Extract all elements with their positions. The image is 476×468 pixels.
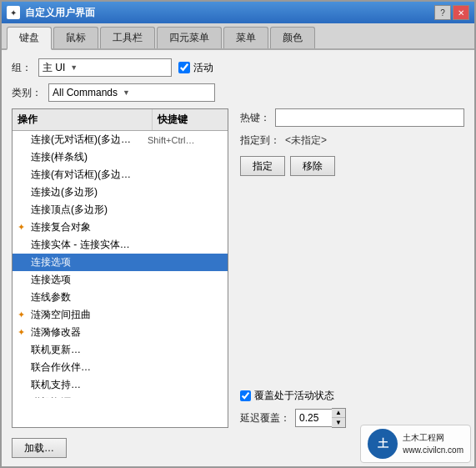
- spinner-up[interactable]: ▲: [332, 409, 345, 418]
- tab-color[interactable]: 颜色: [270, 27, 315, 48]
- list-item[interactable]: 连接选项: [13, 254, 228, 271]
- load-button[interactable]: 加载…: [12, 438, 67, 458]
- tab-quadmenu[interactable]: 四元菜单: [157, 27, 222, 48]
- assign-button[interactable]: 指定: [240, 156, 285, 176]
- item-action: 涟漪修改器: [31, 325, 148, 340]
- category-row: 类别： All Commands ▼: [12, 83, 464, 102]
- list-item[interactable]: 连线参数: [13, 289, 228, 306]
- right-panel: 热键： 指定到： <未指定> 指定 移除: [237, 108, 464, 428]
- watermark: 土 土木工程网 www.civilcn.com: [360, 425, 471, 463]
- item-action: 连接选项: [31, 255, 148, 269]
- watermark-logo: 土: [368, 429, 398, 459]
- item-action: 连接边(多边形): [31, 185, 148, 199]
- list-item[interactable]: 连接(样条线): [13, 148, 228, 166]
- main-window: ✦ 自定义用户界面 ? ✕ 键盘 鼠标 工具栏 四元菜单 菜单 颜色 组： 主 …: [0, 0, 476, 468]
- list-item[interactable]: 连接(有对话框)(多边…: [13, 166, 228, 184]
- item-action: 连接(有对话框)(多边…: [31, 168, 148, 182]
- group-select[interactable]: 主 UI ▼: [38, 58, 172, 77]
- tab-keyboard[interactable]: 键盘: [7, 27, 52, 50]
- category-dropdown-arrow: ▼: [123, 88, 130, 97]
- window-title: 自定义用户界面: [25, 6, 95, 20]
- list-item[interactable]: 联机更新…: [13, 341, 228, 359]
- hotkey-input[interactable]: [275, 108, 464, 127]
- list-item[interactable]: 联合作伙伴…: [13, 359, 228, 376]
- active-checkbox-label[interactable]: 活动: [178, 61, 213, 75]
- category-label: 类别：: [12, 86, 42, 100]
- remove-button[interactable]: 移除: [290, 156, 335, 176]
- item-bullet-icon: ✦: [18, 309, 29, 320]
- list-item[interactable]: ✦连接复合对象: [13, 219, 228, 236]
- group-row: 组： 主 UI ▼ 活动: [12, 58, 464, 77]
- active-checkbox[interactable]: [178, 62, 190, 73]
- item-action: 联机支持…: [31, 378, 148, 392]
- active-label: 活动: [193, 61, 213, 75]
- item-action: 联合作伙伴…: [31, 360, 148, 375]
- category-value: All Commands: [53, 87, 118, 98]
- list-body[interactable]: 连接(无对话框)(多边…Shift+Ctrl…连接(样条线)连接(有对话框)(多…: [13, 131, 228, 398]
- col-shortcut-header: 快捷键: [153, 109, 228, 130]
- watermark-line1: 土木工程网: [403, 431, 463, 444]
- group-dropdown-arrow: ▼: [70, 63, 78, 72]
- coverage-label: 覆盖处于活动状态: [254, 389, 334, 403]
- item-action: 连接选项: [31, 273, 148, 287]
- list-header: 操作 快捷键: [13, 109, 228, 131]
- item-action: 连线参数: [31, 290, 148, 304]
- list-item[interactable]: 连接选项: [13, 271, 228, 289]
- main-section: 操作 快捷键 连接(无对话框)(多边…Shift+Ctrl…连接(样条线)连接(…: [12, 108, 464, 428]
- item-shortcut: Shift+Ctrl…: [148, 135, 223, 145]
- close-button[interactable]: ✕: [453, 5, 469, 20]
- tab-mouse[interactable]: 鼠标: [53, 27, 98, 48]
- item-action: 连接(样条线): [31, 150, 148, 164]
- assign-to-value: <未指定>: [285, 133, 327, 148]
- list-item[interactable]: ✦涟漪修改器: [13, 324, 228, 341]
- group-label: 组：: [12, 61, 32, 75]
- right-bottom: 覆盖处于活动状态 延迟覆盖： ▲ ▼: [240, 389, 464, 428]
- hotkey-row: 热键：: [240, 108, 464, 127]
- tab-toolbar[interactable]: 工具栏: [100, 27, 155, 48]
- item-action: 连接顶点(多边形): [31, 203, 148, 217]
- list-item[interactable]: 连接边(多边形): [13, 184, 228, 201]
- list-item[interactable]: 连接顶点(多边形): [13, 201, 228, 219]
- list-item[interactable]: 连接(无对话框)(多边…Shift+Ctrl…: [13, 131, 228, 148]
- item-bullet-icon: ✦: [18, 222, 29, 233]
- coverage-checkbox[interactable]: [240, 390, 251, 401]
- list-item[interactable]: 连接实体 - 连接实体…: [13, 236, 228, 254]
- window-icon: ✦: [7, 6, 20, 19]
- delay-spinner[interactable]: ▲ ▼: [295, 408, 346, 428]
- watermark-text: 土木工程网 www.civilcn.com: [403, 431, 463, 456]
- content-area: 组： 主 UI ▼ 活动 类别： All Commands ▼ 操作: [2, 50, 474, 466]
- tab-bar: 键盘 鼠标 工具栏 四元菜单 菜单 颜色: [2, 23, 474, 50]
- command-list-panel: 操作 快捷键 连接(无对话框)(多边…Shift+Ctrl…连接(样条线)连接(…: [12, 108, 228, 428]
- list-item[interactable]: 联机资源…: [13, 394, 228, 398]
- col-action-header: 操作: [13, 109, 153, 130]
- item-action: 连接复合对象: [31, 220, 148, 234]
- item-action: 涟漪空间扭曲: [31, 308, 148, 322]
- assign-to-row: 指定到： <未指定>: [240, 133, 464, 148]
- list-item[interactable]: 联机支持…: [13, 376, 228, 394]
- item-action: 连接(无对话框)(多边…: [31, 133, 148, 147]
- tab-menu[interactable]: 菜单: [223, 27, 268, 48]
- item-action: 连接实体 - 连接实体…: [31, 238, 148, 252]
- group-value: 主 UI: [43, 61, 65, 75]
- item-action: 联机资源…: [31, 395, 148, 398]
- spinner-buttons: ▲ ▼: [332, 408, 346, 428]
- item-action: 联机更新…: [31, 343, 148, 357]
- list-item[interactable]: ✦涟漪空间扭曲: [13, 306, 228, 324]
- watermark-line2: www.civilcn.com: [403, 444, 463, 456]
- hotkey-label: 热键：: [240, 111, 270, 125]
- coverage-checkbox-label[interactable]: 覆盖处于活动状态: [240, 389, 464, 403]
- title-bar: ✦ 自定义用户界面 ? ✕: [2, 2, 474, 23]
- assign-remove-row: 指定 移除: [240, 156, 464, 176]
- item-bullet-icon: ✦: [18, 327, 29, 338]
- help-button[interactable]: ?: [434, 5, 451, 20]
- spinner-down[interactable]: ▼: [332, 418, 345, 427]
- assign-to-label: 指定到：: [240, 133, 280, 148]
- category-select[interactable]: All Commands ▼: [48, 83, 215, 102]
- delay-label: 延迟覆盖：: [240, 411, 290, 425]
- delay-input[interactable]: [295, 409, 332, 427]
